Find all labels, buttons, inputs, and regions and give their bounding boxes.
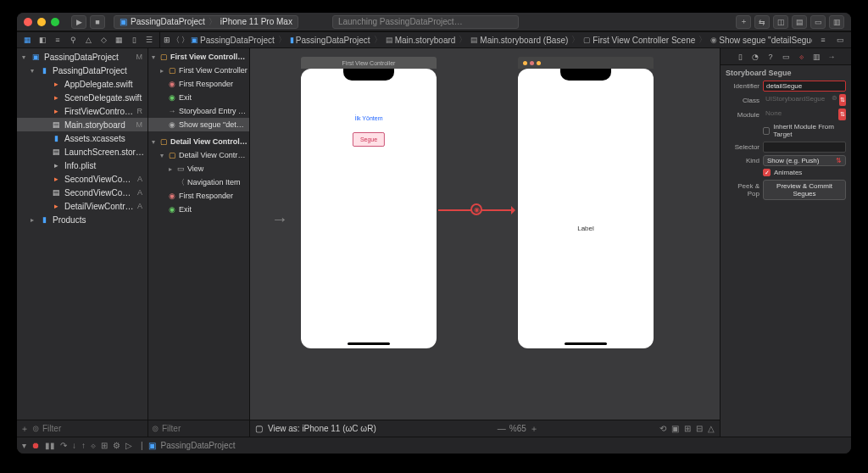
navigator-tree[interactable]: ▾▣ PassingDataProject M ▾▮ PassingDataPr… <box>17 48 147 420</box>
device-config-icon[interactable]: ▢ <box>255 424 263 433</box>
animates-checkbox[interactable]: ✓ <box>763 169 771 176</box>
run-button[interactable]: ▶ <box>71 15 86 29</box>
identity-inspector-tab-icon[interactable]: ▭ <box>779 51 793 63</box>
sim-location-icon[interactable]: ▷ <box>125 441 132 450</box>
vc2-uilabel[interactable]: Label <box>518 225 654 232</box>
vc2-view[interactable]: Label <box>518 69 654 348</box>
storyboard-canvas[interactable]: → First View Controller İlk Yöntem Segue… <box>250 48 720 420</box>
scheme-selector[interactable]: ▣ PassingDataProject 〉 iPhone 11 Pro Max <box>114 15 298 29</box>
attributes-inspector-tab-icon[interactable]: ⟐ <box>794 51 808 63</box>
add-file-icon[interactable]: ＋ <box>20 423 29 435</box>
report-tab-icon[interactable]: ☰ <box>142 34 156 46</box>
nav-group[interactable]: ▾▮ PassingDataProject <box>17 64 147 77</box>
vc1-view[interactable]: İlk Yöntem Segue <box>301 69 437 348</box>
detail-view-controller[interactable]: Label <box>518 57 654 348</box>
animates-checkbox-row[interactable]: ✓ Animates <box>763 169 846 176</box>
nav-file-detailvc[interactable]: ▸ DetailViewController.swift A <box>17 199 147 213</box>
outline-scene1-segue[interactable]: ◉ Show segue "detailSe… <box>148 118 249 131</box>
nav-file-assets[interactable]: ▮ Assets.xcassets <box>17 131 147 145</box>
step-in-icon[interactable]: ↓ <box>72 441 76 450</box>
embed-icon[interactable]: ▣ <box>671 424 679 433</box>
pause-icon[interactable]: ▮▮ <box>45 441 55 450</box>
test-tab-icon[interactable]: ◇ <box>97 34 110 46</box>
toggle-insp-button[interactable]: ▥ <box>829 15 844 29</box>
class-stepper[interactable]: ⇅ <box>839 94 846 106</box>
entry-arrow-icon[interactable]: → <box>271 209 288 229</box>
inherit-checkbox[interactable] <box>763 127 770 135</box>
crumb-segue[interactable]: Show segue "detailSegue" to "Detail View… <box>719 36 812 45</box>
help-inspector-tab-icon[interactable]: ? <box>764 51 777 63</box>
zoom-in-button[interactable]: ＋ <box>530 423 538 435</box>
source-control-tab-icon[interactable]: ◧ <box>36 34 49 46</box>
zoom-out-button[interactable]: — <box>498 424 506 433</box>
outline-scene1-exit[interactable]: ◉ Exit <box>148 91 249 104</box>
symbol-tab-icon[interactable]: ≡ <box>51 34 64 46</box>
connections-inspector-tab-icon[interactable]: → <box>825 51 838 63</box>
outline-scene2-vc[interactable]: ▾▢ Detail View Controller <box>148 148 249 162</box>
back-button[interactable]: 〈 <box>172 33 180 47</box>
toggle-nav-button[interactable]: ▤ <box>792 15 807 29</box>
crumb-group[interactable]: PassingDataProject <box>296 36 370 45</box>
nav-file-appdelegate[interactable]: ▸ AppDelegate.swift <box>17 77 147 91</box>
outline-scene2-view[interactable]: ▸▭ View <box>148 162 249 175</box>
add-editor-button[interactable]: ＋ <box>736 15 751 29</box>
size-inspector-tab-icon[interactable]: ▥ <box>810 51 823 63</box>
nav-file-main-storyboard[interactable]: ▤ Main.storyboard M <box>17 118 147 131</box>
nav-file-launch-sb[interactable]: ▤ LaunchScreen.storyboard <box>17 145 147 159</box>
module-field[interactable]: None <box>763 109 837 120</box>
outline-scene1-vc[interactable]: ▸▢ First View Controller <box>148 64 249 77</box>
vc1-uilabel[interactable]: İlk Yöntem <box>301 115 437 121</box>
nav-file-secondxib[interactable]: ▤ SecondViewController.xib A <box>17 186 147 199</box>
resolve-icon[interactable]: △ <box>708 424 715 433</box>
inherit-checkbox-row[interactable]: Inherit Module From Target <box>763 123 846 138</box>
nav-file-secondvc[interactable]: ▸ SecondViewController.swift A <box>17 172 147 186</box>
step-out-icon[interactable]: ↑ <box>81 441 86 450</box>
memory-graph-icon[interactable]: ⊞ <box>101 441 108 450</box>
outline-scene2-exit[interactable]: ◉ Exit <box>148 203 249 216</box>
debug-view-icon[interactable]: ⟐ <box>91 441 96 450</box>
module-stepper[interactable]: ⇅ <box>838 109 846 120</box>
identifier-field[interactable] <box>763 81 846 92</box>
zoom-window-icon[interactable] <box>51 18 59 26</box>
navigator-filter-input[interactable] <box>42 424 150 433</box>
env-overrides-icon[interactable]: ⚙ <box>113 441 120 450</box>
editor-layout-icon[interactable]: ≡ <box>815 33 831 47</box>
forward-button[interactable]: 〉 <box>181 33 189 47</box>
outline-tree[interactable]: ▾▢ First View Controller Sc… ▸▢ First Vi… <box>148 48 249 420</box>
class-field[interactable]: UIStoryboardSegue <box>763 94 830 106</box>
first-view-controller[interactable]: First View Controller İlk Yöntem Segue <box>301 57 437 348</box>
adjust-editor-icon[interactable]: ▭ <box>832 33 848 47</box>
debug-target-label[interactable]: PassingDataProject <box>161 441 236 450</box>
toggle-debug-button[interactable]: ▭ <box>810 15 826 29</box>
nav-file-scenedelegate[interactable]: ▸ SceneDelegate.swift <box>17 91 147 104</box>
crumb-file[interactable]: Main.storyboard <box>395 36 456 45</box>
crumb-project[interactable]: PassingDataProject <box>200 36 275 45</box>
vc2-title-bar[interactable] <box>518 57 654 69</box>
close-window-icon[interactable] <box>24 18 32 26</box>
crumb-scene[interactable]: First View Controller Scene <box>593 36 695 45</box>
view-as-label[interactable]: View as: iPhone 11 (ωC ωR) <box>268 424 376 433</box>
debug-tab-icon[interactable]: ▦ <box>112 34 125 46</box>
file-inspector-tab-icon[interactable]: ▯ <box>733 51 747 63</box>
segue-kind-icon[interactable]: ◉ <box>470 203 482 215</box>
outline-scene2-fr[interactable]: ◉ First Responder <box>148 189 249 203</box>
nav-group-products[interactable]: ▸▮ Products <box>17 213 147 226</box>
related-items-icon[interactable]: ⊞ <box>164 33 170 47</box>
minimize-window-icon[interactable] <box>37 18 46 26</box>
nav-file-info-plist[interactable]: ▸ Info.plist <box>17 159 147 172</box>
peek-pop-button[interactable]: Preview & Commit Segues <box>763 180 846 200</box>
selector-field[interactable] <box>763 142 846 153</box>
crumb-base[interactable]: Main.storyboard (Base) <box>480 36 568 45</box>
outline-scene-2[interactable]: ▾▢ Detail View Controller S… <box>148 135 249 148</box>
vc1-segue-button[interactable]: Segue <box>353 132 385 147</box>
nav-project-root[interactable]: ▾▣ PassingDataProject M <box>17 50 147 64</box>
library-button[interactable]: ◫ <box>773 15 788 29</box>
outline-scene2-navitem[interactable]: 〈 Navigation Item <box>148 175 249 189</box>
stop-button[interactable]: ■ <box>90 15 105 29</box>
outline-scene1-entry[interactable]: → Storyboard Entry Point <box>148 104 249 118</box>
history-inspector-tab-icon[interactable]: ◔ <box>748 51 762 63</box>
editor-options-button[interactable]: ⇆ <box>754 15 770 29</box>
find-tab-icon[interactable]: ⚲ <box>66 34 80 46</box>
vc1-title-bar[interactable]: First View Controller <box>301 57 437 69</box>
class-dropdown-icon[interactable]: ⊚ <box>832 94 837 106</box>
